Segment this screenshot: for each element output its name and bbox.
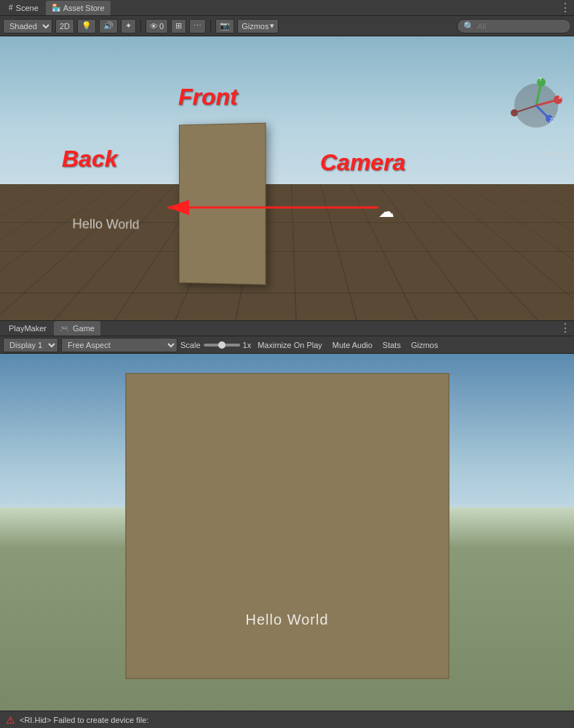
audio-button[interactable]: 🔊 — [99, 19, 118, 33]
camera-icon: 📷 — [220, 21, 230, 31]
game-tabs-left: PlayMaker 🎮 Game — [3, 321, 100, 336]
gizmo-widget[interactable]: Y X Z — [507, 76, 565, 135]
label-back: Back — [62, 146, 118, 173]
svg-text:Y: Y — [538, 76, 543, 82]
search-icon: 🔍 — [463, 21, 474, 31]
scene-ground — [0, 184, 574, 320]
svg-text:X: X — [558, 94, 562, 100]
mute-audio-button[interactable]: Mute Audio — [329, 338, 376, 352]
gizmos-game-button[interactable]: Gizmos — [407, 338, 442, 352]
transform-button[interactable]: ⊞ — [171, 19, 186, 33]
hello-world-game-text: Hello World — [246, 612, 329, 628]
playmaker-tab-label: PlayMaker — [9, 324, 47, 333]
light-icon: 💡 — [81, 21, 92, 31]
scene-tab-icon: # — [9, 4, 13, 12]
search-input[interactable] — [477, 22, 565, 31]
error-icon: ⚠ — [6, 714, 15, 726]
tabs-left: # Scene 🏪 Asset Store — [3, 1, 111, 15]
hello-world-scene-text: Hello World — [72, 216, 139, 232]
label-camera: Camera — [320, 149, 405, 176]
search-box[interactable]: 🔍 — [457, 19, 571, 33]
transform-icon: ⊞ — [175, 21, 182, 31]
persp-label: < Persp — [538, 149, 565, 158]
sep1 — [140, 20, 141, 33]
stats-button[interactable]: Stats — [379, 338, 404, 352]
game-tabs-bar: PlayMaker 🎮 Game ⋮ — [0, 320, 574, 336]
game-cube: Hello World — [125, 373, 449, 679]
camera-scene-icon: ☁ — [378, 202, 394, 221]
eye-icon: 👁 — [150, 22, 158, 31]
scale-slider[interactable] — [204, 344, 240, 347]
asset-store-icon: 🏪 — [52, 4, 60, 12]
gizmos-button[interactable]: Gizmos ▾ — [237, 19, 279, 33]
tab-playmaker[interactable]: PlayMaker — [3, 321, 52, 336]
scene-tabs-bar: # Scene 🏪 Asset Store ⋮ — [0, 0, 574, 16]
layers-count: 0 — [159, 22, 164, 31]
tab-asset-store[interactable]: 🏪 Asset Store — [46, 1, 111, 15]
scene-toolbar: Shaded 2D 💡 🔊 ✦ 👁 0 ⊞ ⋯ 📷 Gizmos ▾ 🔍 — [0, 16, 574, 36]
aspect-select[interactable]: Free Aspect — [61, 338, 178, 352]
more-button[interactable]: ⋯ — [189, 19, 206, 33]
audio-icon: 🔊 — [103, 21, 113, 31]
scene-object-box — [179, 123, 266, 285]
layers-button[interactable]: 👁 0 — [146, 19, 168, 33]
chevron-down-icon: ▾ — [270, 21, 274, 31]
status-text: <RI.Hid> Failed to create device file: — [20, 716, 148, 724]
game-tab-label: Game — [73, 324, 95, 333]
tab-scene[interactable]: # Scene — [3, 1, 44, 15]
scale-control: Scale 1x — [180, 341, 251, 349]
2d-button[interactable]: 2D — [55, 19, 74, 33]
scale-value: 1x — [243, 341, 252, 349]
scale-label: Scale — [180, 341, 201, 349]
label-front: Front — [178, 84, 238, 111]
effects-button[interactable]: ✦ — [121, 19, 136, 33]
status-bar: ⚠ <RI.Hid> Failed to create device file: — [0, 711, 574, 728]
asset-store-tab-label: Asset Store — [63, 4, 105, 12]
light-button[interactable]: 💡 — [77, 19, 96, 33]
tabs-menu-icon[interactable]: ⋮ — [559, 2, 571, 14]
maximize-on-play-button[interactable]: Maximize On Play — [254, 338, 326, 352]
gizmos-label: Gizmos — [242, 22, 268, 31]
game-tabs-menu-icon[interactable]: ⋮ — [559, 323, 571, 334]
gizmo-svg: Y X Z — [507, 76, 565, 135]
game-viewport[interactable]: Hello World — [0, 354, 574, 711]
svg-point-10 — [511, 109, 518, 116]
camera-render-button[interactable]: 📷 — [215, 19, 234, 33]
svg-text:Z: Z — [550, 116, 554, 123]
sep2 — [210, 20, 211, 33]
game-tab-icon: 🎮 — [60, 324, 70, 333]
shade-mode-select[interactable]: Shaded — [3, 19, 52, 33]
scene-viewport[interactable]: Front Back Camera Hello World ☁ — [0, 36, 574, 320]
tab-game[interactable]: 🎮 Game — [54, 321, 100, 336]
scene-tab-label: Scene — [16, 4, 39, 12]
game-toolbar: Display 1 Free Aspect Scale 1x Maximize … — [0, 336, 574, 354]
display-select[interactable]: Display 1 — [3, 338, 58, 352]
effects-icon: ✦ — [125, 21, 132, 31]
